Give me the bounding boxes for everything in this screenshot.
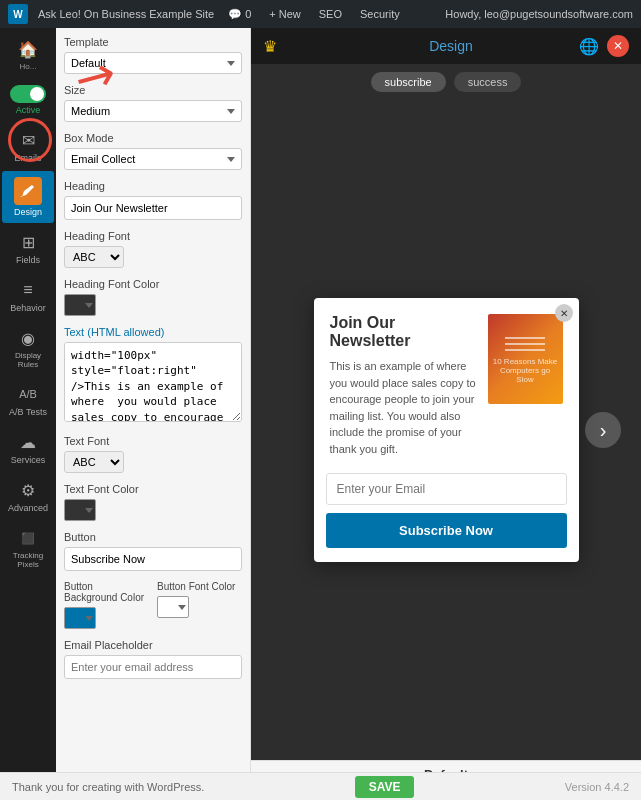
tracking-pixels-icon: ⬛ [17,527,39,549]
heading-group: Heading [64,180,242,220]
globe-icon[interactable]: 🌐 [579,37,599,56]
modal-subscribe-button[interactable]: Subscribe Now [326,513,567,548]
admin-bar: W Ask Leo! On Business Example Site 💬 0 … [0,0,641,28]
ab-tests-icon: A/B [17,383,39,405]
email-placeholder-input[interactable] [64,655,242,679]
size-group: Size Medium Small Large [64,84,242,122]
heading-font-label: Heading Font [64,230,242,242]
heading-font-color-group: Heading Font Color [64,278,242,316]
sidebar-item-behavior[interactable]: ≡ Behavior [2,273,54,319]
sidebar-item-home[interactable]: 🏠 Ho... [2,32,54,77]
sidebar-item-display-rules[interactable]: ◉ Display Rules [2,321,54,375]
template-label: Template [64,36,242,48]
text-font-select[interactable]: ABC [64,451,124,473]
text-font-group: Text Font ABC [64,435,242,473]
next-arrow[interactable]: › [585,412,621,448]
fields-icon: ⊞ [17,231,39,253]
howdy-text: Howdy, leo@pugetsoundsoftware.com [445,8,633,20]
button-bg-color-group: Button Background Color [64,581,149,629]
seo-link[interactable]: SEO [315,8,346,20]
modal-title: Join Our Newsletter [330,314,478,350]
close-button[interactable]: ✕ [607,35,629,57]
button-bg-color-label: Button Background Color [64,581,149,603]
new-button[interactable]: + New [265,8,305,20]
site-name: Ask Leo! On Business Example Site [38,8,214,20]
sidebar-item-fields[interactable]: ⊞ Fields [2,225,54,271]
heading-font-select[interactable]: ABC [64,246,124,268]
heading-font-color-label: Heading Font Color [64,278,242,290]
size-label: Size [64,84,242,96]
template-group: Template Default Minimal Bold [64,36,242,74]
sidebar-item-active[interactable]: Active [2,79,54,121]
template-select[interactable]: Default Minimal Bold [64,52,242,74]
preview-title: Design [323,38,579,54]
email-placeholder-label: Email Placeholder [64,639,242,651]
button-input[interactable] [64,547,242,571]
heading-label: Heading [64,180,242,192]
modal-description: This is an example of where you would pl… [330,358,478,457]
version-text: Version 4.4.2 [565,781,629,793]
text-color-swatch[interactable] [64,499,96,521]
advanced-icon: ⚙ [17,479,39,501]
button-group: Button [64,531,242,571]
wp-logo: W [8,4,28,24]
security-link[interactable]: Security [356,8,404,20]
sidebar-item-advanced[interactable]: ⚙ Advanced [2,473,54,519]
box-mode-select[interactable]: Email Collect Opt-In Video [64,148,242,170]
modal-body: Join Our Newsletter This is an example o… [314,298,579,473]
button-font-color-label: Button Font Color [157,581,242,592]
text-font-color-label: Text Font Color [64,483,242,495]
sidebar-item-services[interactable]: ☁ Services [2,425,54,471]
preview-content: ✕ Join Our Newsletter This is an example… [251,100,641,760]
modal-popup: ✕ Join Our Newsletter This is an example… [314,298,579,562]
box-mode-label: Box Mode [64,132,242,144]
text-font-label: Text Font [64,435,242,447]
text-font-color-group: Text Font Color [64,483,242,521]
settings-panel: Template Default Minimal Bold Size Mediu… [56,28,251,800]
email-placeholder-group: Email Placeholder [64,639,242,679]
button-font-swatch[interactable] [157,596,189,618]
sidebar-item-emails[interactable]: ✉ Emails [2,123,54,169]
tab-subscribe[interactable]: subscribe [371,72,446,92]
sidebar-item-design[interactable]: Design [2,171,54,223]
box-mode-group: Box Mode Email Collect Opt-In Video [64,132,242,170]
heading-color-swatch[interactable] [64,294,96,316]
preview-area: ♛ Design 🌐 ✕ subscribe success ✕ Join Ou… [251,28,641,800]
modal-close-button[interactable]: ✕ [555,304,573,322]
button-label: Button [64,531,242,543]
services-icon: ☁ [17,431,39,453]
comment-count: 💬 0 [224,8,255,21]
active-toggle[interactable] [10,85,46,103]
save-button[interactable]: SAVE [355,776,415,798]
text-textarea[interactable]: width="100px" style="float:right" />This… [64,342,242,422]
home-icon: 🏠 [17,38,39,60]
preview-tabs: subscribe success [251,64,641,100]
emails-icon: ✉ [17,129,39,151]
text-label: Text (HTML allowed) [64,326,242,338]
crown-icon: ♛ [263,37,277,56]
preview-header: ♛ Design 🌐 ✕ [251,28,641,64]
modal-text: Join Our Newsletter This is an example o… [330,314,478,457]
button-font-color-group: Button Font Color [157,581,242,629]
heading-font-group: Heading Font ABC [64,230,242,268]
button-bg-swatch[interactable] [64,607,96,629]
book-image: 10 Reasons Make Computers go Slow [488,314,563,404]
footer-text: Thank you for creating with WordPress. [12,781,204,793]
behavior-icon: ≡ [17,279,39,301]
design-icon [14,177,42,205]
button-colors-row: Button Background Color Button Font Colo… [64,581,242,639]
heading-input[interactable] [64,196,242,220]
size-select[interactable]: Medium Small Large [64,100,242,122]
sidebar-item-ab-tests[interactable]: A/B A/B Tests [2,377,54,423]
text-group: Text (HTML allowed) width="100px" style=… [64,326,242,425]
display-rules-icon: ◉ [17,327,39,349]
main-layout: 🏠 Ho... Active ✉ Emails Design ⊞ Fields … [0,28,641,800]
icon-sidebar: 🏠 Ho... Active ✉ Emails Design ⊞ Fields … [0,28,56,800]
sidebar-item-tracking-pixels[interactable]: ⬛ Tracking Pixels [2,521,54,575]
tab-success[interactable]: success [454,72,522,92]
modal-email-input[interactable] [326,473,567,505]
footer-bar: Thank you for creating with WordPress. S… [0,772,641,800]
